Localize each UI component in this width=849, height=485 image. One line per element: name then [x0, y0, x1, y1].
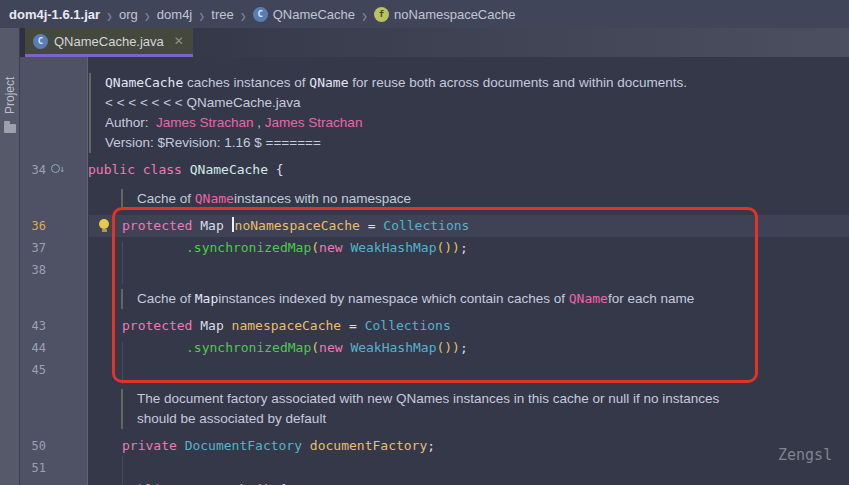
line-number[interactable]: 45 [20, 359, 46, 381]
code-token: ; [460, 340, 468, 355]
line-number[interactable]: 51 [20, 457, 46, 479]
breadcrumb-item-dom4j-1-6-1-jar[interactable]: dom4j-1.6.1.jar [9, 7, 100, 22]
doc-token: QName [309, 75, 348, 90]
code-token: new [319, 340, 350, 355]
code-token: namespaceCache [232, 318, 342, 333]
doc-token: instances with no namespace [234, 191, 411, 206]
line-number[interactable]: 36 [20, 215, 46, 237]
watermark: Zengsl [778, 446, 832, 464]
editor-lines: QNameCache caches instances of QName for… [20, 57, 849, 485]
code-line: 43protected Map namespaceCache = Collect… [20, 315, 849, 337]
doc-token: for reuse both across documents and with… [349, 75, 687, 90]
breadcrumb-separator-icon: › [199, 4, 204, 24]
doc-text: QNameCache caches instances of QName for… [89, 73, 687, 93]
tab-label: QNameCache.java [54, 34, 164, 49]
code-token: ( [311, 340, 319, 355]
code-editor[interactable]: QNameCache caches instances of QName for… [20, 57, 849, 485]
breadcrumb-separator-icon: › [241, 4, 246, 24]
breadcrumb-item-nonamespacecache[interactable]: fnoNamespaceCache [374, 7, 515, 22]
code-token: ; [460, 240, 468, 255]
editor-tab-bar: C QNameCache.java ✕ [20, 28, 849, 57]
doc-text: Version: $Revision: 1.16 $ ======= [89, 133, 321, 153]
code-token: Map [200, 318, 231, 333]
code-line: 37.synchronizedMap(new WeakHashMap()); [20, 237, 849, 259]
rendered-doc-line: Cache of Mapinstances indexed by namespa… [20, 289, 849, 309]
code-token: WeakHashMap [350, 340, 436, 355]
code-text: protected Map noNamespaceCache = Collect… [122, 215, 469, 237]
line-number[interactable]: 34 [20, 159, 46, 181]
code-text: public QNameCache() { [122, 479, 286, 485]
folder-icon [4, 124, 16, 133]
subclassed-indicator-icon[interactable]: ↓ [51, 163, 65, 177]
rendered-doc-line: < < < < < < < QNameCache.java [20, 93, 849, 113]
code-token: DocumentFactory [185, 438, 310, 453]
code-token: public class [88, 162, 190, 177]
line-number[interactable]: 37 [20, 237, 46, 259]
line-number[interactable]: 44 [20, 337, 46, 359]
tool-window-stripe: Project [0, 28, 20, 485]
breadcrumb-item-org[interactable]: org [119, 7, 138, 22]
text-caret [232, 217, 234, 232]
code-token: ()) [436, 240, 459, 255]
code-token: ()) [436, 340, 459, 355]
doc-token: caches instances of [183, 75, 309, 90]
code-token: QNameCache [190, 162, 268, 177]
code-text: .synchronizedMap(new WeakHashMap()); [186, 237, 468, 259]
code-token: ( [311, 240, 319, 255]
code-line: 50private DocumentFactory documentFactor… [20, 435, 849, 457]
code-token: .synchronizedMap [186, 340, 311, 355]
breadcrumb-label: noNamespaceCache [394, 7, 515, 22]
class-icon: C [253, 7, 268, 22]
doc-token: for each name [608, 291, 694, 306]
lightbulb-icon[interactable] [98, 219, 110, 231]
code-line: 52−public QNameCache() { [20, 479, 849, 485]
doc-link[interactable]: QName [195, 191, 234, 206]
doc-token: instances indexed by namespace which con… [218, 291, 568, 306]
code-text: private DocumentFactory documentFactory; [122, 435, 435, 457]
line-number[interactable]: 52 [20, 479, 46, 485]
breadcrumb-separator-icon: › [362, 4, 367, 24]
sidebar-item-project[interactable]: Project [3, 77, 17, 114]
code-line: 44.synchronizedMap(new WeakHashMap()); [20, 337, 849, 359]
doc-token: Author: [105, 115, 156, 130]
code-token: Collections [365, 318, 451, 333]
doc-text: The document factory associated with new… [121, 389, 719, 409]
doc-link[interactable]: QName [569, 291, 608, 306]
breadcrumb-label: tree [211, 7, 233, 22]
code-token: WeakHashMap [350, 240, 436, 255]
code-token: documentFactory [310, 438, 427, 453]
breadcrumb: dom4j-1.6.1.jar›org›dom4j›tree›CQNameCac… [0, 0, 849, 28]
code-text: .synchronizedMap(new WeakHashMap()); [186, 337, 468, 359]
doc-token: Version: $Revision: 1.16 $ ======= [105, 135, 321, 150]
doc-link[interactable]: James Strachan [265, 115, 363, 130]
breadcrumb-item-qnamecache[interactable]: CQNameCache [253, 7, 355, 22]
code-token: .synchronizedMap [186, 240, 311, 255]
code-token: protected [122, 218, 200, 233]
line-number[interactable]: 50 [20, 435, 46, 457]
line-number[interactable]: 43 [20, 315, 46, 337]
doc-text: < < < < < < < QNameCache.java [89, 93, 301, 113]
breadcrumb-separator-icon: › [107, 4, 112, 24]
rendered-doc-line: Cache of QNameinstances with no namespac… [20, 189, 849, 209]
line-number[interactable]: 38 [20, 259, 46, 281]
class-icon: C [33, 34, 48, 49]
field-icon: f [374, 7, 389, 22]
tab-qnamecache-java[interactable]: C QNameCache.java ✕ [25, 28, 193, 57]
doc-token: Map [195, 291, 218, 306]
doc-text: should be associated by default [121, 409, 326, 429]
code-token: new [319, 240, 350, 255]
doc-token: < < < < < < < QNameCache.java [105, 95, 301, 110]
rendered-doc-line: should be associated by default [20, 409, 849, 429]
rendered-doc-line: The document factory associated with new… [20, 389, 849, 409]
doc-token: should be associated by default [137, 411, 326, 426]
doc-text: Author: James Strachan , James Strachan [89, 113, 362, 133]
doc-link[interactable]: James Strachan [156, 115, 254, 130]
breadcrumb-label: QNameCache [273, 7, 355, 22]
breadcrumb-label: org [119, 7, 138, 22]
breadcrumb-item-dom4j[interactable]: dom4j [157, 7, 192, 22]
code-line: 45 [20, 359, 849, 381]
breadcrumb-item-tree[interactable]: tree [211, 7, 233, 22]
close-icon[interactable]: ✕ [174, 34, 184, 48]
code-token: Map [200, 218, 231, 233]
breadcrumb-separator-icon: › [145, 4, 150, 24]
